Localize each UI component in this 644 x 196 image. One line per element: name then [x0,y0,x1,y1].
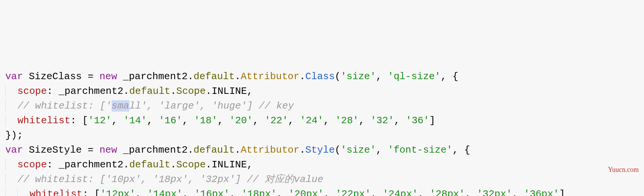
punct: , [182,115,194,126]
punct: [ [94,188,100,196]
punct: , [324,188,336,196]
string: '20' [229,115,253,126]
string: '16' [159,115,182,126]
ident-default: default [193,71,235,82]
punct: : [47,86,58,97]
string: '22' [265,115,288,126]
ident-scope: Scope [176,86,206,97]
punct: , [288,115,300,126]
punct: = [82,71,100,82]
code-line: }); [5,130,23,141]
string: '32px' [477,188,512,196]
ident-scope: Scope [176,159,206,170]
string: '24px' [383,188,418,196]
string: '18px' [241,188,277,196]
punct: . [170,159,176,170]
punct: , [218,115,229,126]
array-values: '12px', '14px', '16px', '18px', '20px', … [100,188,559,196]
punct: ] [559,188,565,196]
punct: , [394,115,406,126]
punct: . [299,144,305,156]
keyword-new: new [100,144,117,156]
punct: , [441,71,452,82]
punct: . [188,71,194,82]
punct: , [324,115,335,126]
punct: [ [82,115,88,126]
punct: , [359,115,370,126]
ident-default: default [129,86,170,97]
punct: , [230,188,241,196]
ident-parchment: _parchment2 [58,86,123,97]
string: '18' [194,115,217,126]
code-line: // whitelist: ['small', 'large', 'huge']… [5,100,294,112]
key-scope: scope [17,86,47,97]
ident-parchment: _parchment2 [123,144,188,156]
string: '16px' [194,188,230,196]
punct: , [253,115,264,126]
punct: } [5,130,11,141]
string: 'size' [340,144,376,156]
punct: , [452,144,464,156]
selection-highlight: sma [112,100,129,112]
punct: . [123,159,129,170]
punct: . [206,86,212,97]
ident-default: default [129,159,170,170]
punct: { [464,144,470,156]
string: 'font-size' [388,144,452,156]
code-line: scope: _parchment2.default.Scope.INLINE, [5,159,253,170]
punct: = [82,144,100,156]
string: 'ql-size' [388,71,440,82]
punct: , [247,159,253,170]
code-line: whitelist: ['12', '14', '16', '18', '20'… [5,115,435,126]
keyword-var: var [5,71,23,82]
comment: // whitelist: ['small', 'large', 'huge']… [17,100,294,112]
punct: { [452,71,458,82]
punct: , [465,188,477,196]
punct: , [371,188,383,196]
string: '32' [371,115,394,126]
punct: : [71,115,82,126]
string: '24' [300,115,323,126]
key-scope: scope [17,159,47,170]
string: '22px' [336,188,371,196]
code-line: // whitelist: ['10px', '18px', '32px'] /… [5,174,324,185]
string: '12' [88,115,111,126]
keyword-var: var [5,144,23,156]
const-inline: INLINE [212,86,247,97]
punct: ( [335,144,341,156]
punct: , [182,188,194,196]
code-line: scope: _parchment2.default.Scope.INLINE, [5,86,253,97]
punct: . [188,144,194,156]
keyword-new: new [100,71,117,82]
punct: , [277,188,288,196]
string: 'size' [340,71,376,82]
string: '36px' [524,188,559,196]
punct: . [123,86,129,97]
key-whitelist: whitelist [17,115,70,126]
punct: ) [11,130,17,141]
watermark: Yuucn.com [608,162,639,177]
punct: , [376,144,388,156]
comment: // whitelist: ['10px', '18px', '32px'] /… [17,174,323,185]
punct: . [235,71,241,82]
code-line: whitelist: ['12px', '14px', '16px', '18p… [5,188,565,196]
ident-default: default [193,144,235,156]
punct: : [83,188,94,196]
string: '20px' [288,188,324,196]
punct: ; [17,130,23,141]
punct: : [47,159,58,170]
ident-sizestyle: SizeStyle [29,144,81,156]
code-block: var SizeClass = new _parchment2.default.… [5,69,639,196]
punct: , [112,115,123,126]
punct: , [247,86,253,97]
array-values: '12', '14', '16', '18', '20', '22', '24'… [88,115,429,126]
ident-attributor: Attributor [241,71,299,82]
punct: . [299,71,305,82]
ident-parchment: _parchment2 [123,71,188,82]
punct: . [206,159,212,170]
string: '28px' [430,188,465,196]
punct: , [147,115,159,126]
string: '36' [406,115,429,126]
punct: . [170,86,176,97]
key-whitelist: whitelist [29,188,82,196]
